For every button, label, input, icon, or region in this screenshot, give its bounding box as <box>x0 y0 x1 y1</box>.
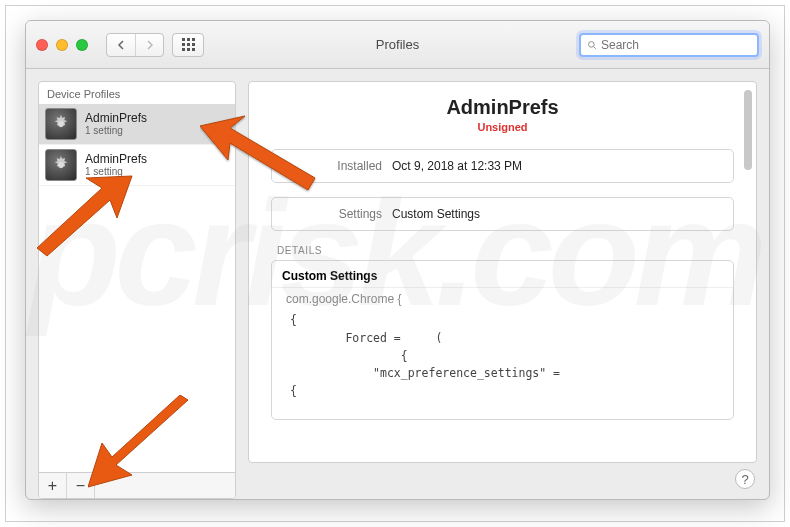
content-area: Device Profiles AdminPrefs 1 setting Adm… <box>26 69 769 499</box>
profile-list-text: AdminPrefs 1 setting <box>85 153 147 178</box>
scrollbar[interactable] <box>744 90 752 170</box>
grid-icon <box>182 38 195 51</box>
settings-row: Settings Custom Settings <box>271 197 734 231</box>
window-controls <box>36 39 88 51</box>
close-window-button[interactable] <box>36 39 48 51</box>
details-title: Custom Settings <box>272 261 733 288</box>
profile-status: Unsigned <box>271 121 734 133</box>
add-profile-button[interactable]: + <box>39 473 67 498</box>
show-all-button[interactable] <box>172 33 204 57</box>
profile-name: AdminPrefs <box>85 153 147 167</box>
profile-list-item[interactable]: AdminPrefs 1 setting <box>39 145 235 186</box>
remove-profile-button[interactable]: − <box>67 473 95 498</box>
search-icon <box>587 39 597 51</box>
profile-detail-panel: AdminPrefs Unsigned Installed Oct 9, 201… <box>248 81 757 463</box>
installed-label: Installed <box>272 159 392 173</box>
main-panel: AdminPrefs Unsigned Installed Oct 9, 201… <box>248 81 757 499</box>
settings-value: Custom Settings <box>392 207 480 221</box>
help-button[interactable]: ? <box>735 469 755 489</box>
profiles-sidebar: Device Profiles AdminPrefs 1 setting Adm… <box>38 81 236 499</box>
settings-label: Settings <box>272 207 392 221</box>
installed-value: Oct 9, 2018 at 12:33 PM <box>392 159 522 173</box>
gear-icon <box>45 149 77 181</box>
svg-point-0 <box>589 41 595 47</box>
profile-list-item[interactable]: AdminPrefs 1 setting <box>39 104 235 145</box>
preferences-window: Profiles Device Profiles AdminPrefs 1 se… <box>25 20 770 500</box>
sidebar-section-header: Device Profiles <box>39 82 235 104</box>
details-domain: com.google.Chrome { <box>272 288 733 306</box>
details-header: DETAILS <box>277 245 734 256</box>
zoom-window-button[interactable] <box>76 39 88 51</box>
search-input[interactable] <box>601 38 751 52</box>
sidebar-controls: + − <box>39 472 235 498</box>
details-box: Custom Settings com.google.Chrome { { Fo… <box>271 260 734 420</box>
profile-list-text: AdminPrefs 1 setting <box>85 112 147 137</box>
forward-button[interactable] <box>135 34 163 56</box>
profile-title: AdminPrefs <box>271 96 734 119</box>
search-field[interactable] <box>579 33 759 57</box>
installed-row: Installed Oct 9, 2018 at 12:33 PM <box>271 149 734 183</box>
details-body: { Forced = ( { "mcx_preference_settings"… <box>272 306 733 420</box>
titlebar: Profiles <box>26 21 769 69</box>
minimize-window-button[interactable] <box>56 39 68 51</box>
svg-line-1 <box>594 46 596 48</box>
profile-subtext: 1 setting <box>85 125 147 136</box>
nav-back-forward <box>106 33 164 57</box>
gear-icon <box>45 108 77 140</box>
profile-name: AdminPrefs <box>85 112 147 126</box>
back-button[interactable] <box>107 34 135 56</box>
profile-subtext: 1 setting <box>85 166 147 177</box>
